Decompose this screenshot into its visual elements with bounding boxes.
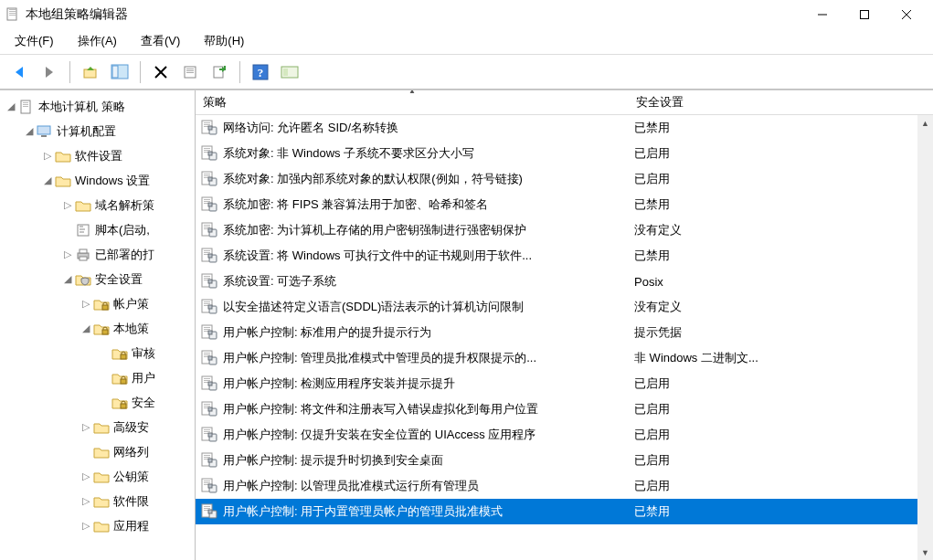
expander-open-icon[interactable]: ◢ [4,100,18,112]
tree-item[interactable]: ▷已部署的打 [0,242,195,267]
menu-action[interactable]: 操作(A) [72,31,122,51]
minimize-button[interactable] [801,1,843,28]
policy-row[interactable]: 用户帐户控制: 仅提升安装在安全位置的 UIAccess 应用程序已启用 [196,422,933,448]
policy-name-cell: 用户帐户控制: 提示提升时切换到安全桌面 [196,449,629,472]
svg-rect-51 [208,152,212,155]
policy-name-cell: 用户帐户控制: 用于内置管理员帐户的管理员批准模式 [196,501,629,523]
policy-name: 用户帐户控制: 将文件和注册表写入错误虚拟化到每用户位置 [223,401,538,417]
expander-closed-icon[interactable]: ▷ [60,199,75,211]
policy-row[interactable]: 系统对象: 加强内部系统对象的默认权限(例如，符号链接)已启用 [196,166,933,192]
tree-item-label: 本地计算机 策略 [38,99,125,115]
menu-view[interactable]: 查看(V) [135,31,186,51]
tree-item[interactable]: ▷网络列 [0,439,195,464]
tree-item[interactable]: ▷域名解析策 [0,193,195,217]
policy-row[interactable]: 系统设置: 可选子系统Posix [196,269,933,294]
policy-name-cell: 用户帐户控制: 以管理员批准模式运行所有管理员 [196,475,629,498]
policy-icon [201,323,217,343]
policy-name-cell: 用户帐户控制: 仅提升安装在安全位置的 UIAccess 应用程序 [196,424,629,447]
expander-open-icon[interactable]: ◢ [79,322,93,334]
column-header-policy[interactable]: 策略▲ [196,90,629,114]
svg-rect-65 [208,203,212,206]
scroll-up-icon[interactable]: ▲ [917,115,933,131]
policy-row[interactable]: 用户帐户控制: 标准用户的提升提示行为提示凭据 [196,320,933,345]
expander-closed-icon[interactable]: ▷ [79,298,93,310]
vertical-scrollbar[interactable]: ▲ ▼ [917,115,933,560]
maximize-button[interactable] [843,1,885,28]
policy-row[interactable]: 系统对象: 非 Windows 子系统不要求区分大小写已启用 [196,141,933,166]
svg-rect-123 [204,429,210,430]
policy-name: 用户帐户控制: 提示提升时切换到安全桌面 [223,452,443,469]
tree-item[interactable]: ▷用户 [0,365,195,390]
tree-item[interactable]: ◢安全设置 [0,267,195,291]
tree-item[interactable]: ▷软件限 [0,489,195,513]
policy-icon [201,502,217,522]
export-button[interactable] [207,59,232,85]
tree-item-label: 高级安 [113,419,149,436]
show-hide-tree-button[interactable] [107,59,133,85]
policy-value: 已启用 [634,375,670,392]
svg-rect-39 [204,122,210,123]
menu-file[interactable]: 文件(F) [9,31,59,51]
expander-open-icon[interactable]: ◢ [40,174,55,186]
expander-open-icon[interactable]: ◢ [22,125,37,137]
tree-item[interactable]: ◢本地计算机 策略 [0,94,195,119]
policy-name: 系统对象: 加强内部系统对象的默认权限(例如，符号链接) [223,171,523,187]
policy-row[interactable]: 用户帐户控制: 将文件和注册表写入错误虚拟化到每用户位置已启用 [196,396,933,422]
svg-rect-37 [121,404,126,408]
tree-item[interactable]: ▷脚本(启动, [0,217,195,242]
policy-row[interactable]: 系统加密: 将 FIPS 兼容算法用于加密、哈希和签名已禁用 [196,192,933,217]
up-button[interactable] [78,59,103,85]
close-button[interactable] [885,1,928,28]
column-header-setting[interactable]: 安全设置 [629,90,933,114]
policy-value: 已禁用 [634,196,670,213]
expander-closed-icon[interactable]: ▷ [40,150,55,162]
tree-item[interactable]: ◢本地策 [0,316,195,341]
expander-closed-icon[interactable]: ▷ [79,470,93,482]
svg-rect-47 [204,150,210,151]
tree-item-label: 计算机配置 [57,123,116,140]
tree-item[interactable]: ▷高级安 [0,415,195,439]
policy-row[interactable]: 用户帐户控制: 检测应用程序安装并提示提升已启用 [196,371,933,396]
title-bar: 本地组策略编辑器 [0,0,933,29]
svg-rect-117 [204,406,210,407]
tree-item[interactable]: ▷软件设置 [0,143,195,168]
policy-name: 网络访问: 允许匿名 SID/名称转换 [223,120,398,136]
svg-rect-67 [204,225,210,226]
policy-row[interactable]: 网络访问: 允许匿名 SID/名称转换已禁用 [196,115,933,141]
expander-open-icon[interactable]: ◢ [60,273,75,285]
svg-rect-25 [23,104,28,105]
forward-button[interactable] [37,59,62,85]
filter-button[interactable] [277,59,302,85]
svg-rect-102 [204,353,210,354]
policy-row[interactable]: 系统设置: 将 Windows 可执行文件中的证书规则用于软件...已禁用 [196,243,933,269]
tree-item[interactable]: ▷审核 [0,341,195,365]
list-pane: 策略▲ 安全设置 网络访问: 允许匿名 SID/名称转换已禁用系统对象: 非 W… [196,90,933,560]
expander-closed-icon[interactable]: ▷ [79,520,93,532]
policy-name: 系统对象: 非 Windows 子系统不要求区分大小写 [223,145,474,162]
tree-item[interactable]: ◢计算机配置 [0,119,195,143]
back-button[interactable] [7,59,33,85]
properties-button[interactable] [177,59,203,85]
policy-row[interactable]: 用户帐户控制: 管理员批准模式中管理员的提升权限提示的...非 Windows … [196,345,933,371]
policy-name-cell: 网络访问: 允许匿名 SID/名称转换 [196,117,629,140]
policy-row[interactable]: 以安全描述符定义语言(SDDL)语法表示的计算机访问限制没有定义 [196,294,933,320]
tree-item[interactable]: ▷帐户策 [0,291,195,316]
policy-value-cell: 已禁用 [629,118,933,138]
svg-rect-36 [121,379,126,384]
tree-item[interactable]: ▷公钥策 [0,464,195,489]
delete-button[interactable] [148,59,174,85]
tree-item[interactable]: ◢Windows 设置 [0,168,195,193]
help-button[interactable]: ? [248,59,273,85]
policy-row[interactable]: 用户帐户控制: 提示提升时切换到安全桌面已启用 [196,448,933,473]
expander-closed-icon[interactable]: ▷ [60,248,75,260]
expander-closed-icon[interactable]: ▷ [79,421,93,433]
scroll-down-icon[interactable]: ▼ [917,544,933,560]
folder-icon [93,519,110,534]
tree-item[interactable]: ▷安全 [0,390,195,415]
policy-row[interactable]: 系统加密: 为计算机上存储的用户密钥强制进行强密钥保护没有定义 [196,217,933,243]
policy-row[interactable]: 用户帐户控制: 用于内置管理员帐户的管理员批准模式已禁用 [196,499,933,524]
policy-row[interactable]: 用户帐户控制: 以管理员批准模式运行所有管理员已启用 [196,473,933,499]
menu-help[interactable]: 帮助(H) [198,31,249,51]
tree-item[interactable]: ▷应用程 [0,513,195,538]
expander-closed-icon[interactable]: ▷ [79,495,93,507]
